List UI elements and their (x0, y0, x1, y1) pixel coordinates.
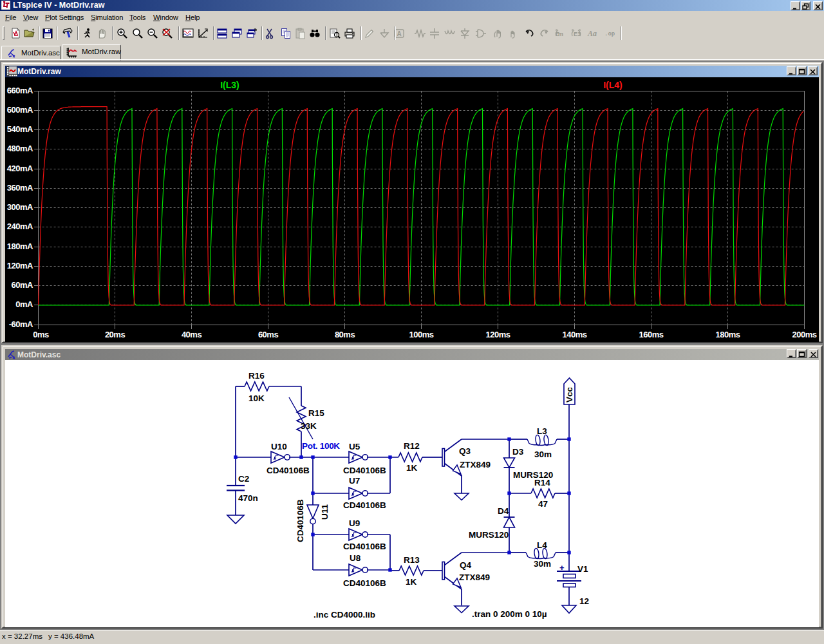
svg-text:Q3: Q3 (459, 446, 471, 456)
svg-text:Q4: Q4 (460, 560, 472, 570)
svg-text:Pot. 100K: Pot. 100K (302, 441, 340, 451)
svg-text:CD40106B: CD40106B (343, 578, 386, 588)
svg-text:U9: U9 (349, 518, 360, 528)
svg-text:360mA: 360mA (7, 183, 33, 193)
svg-text:CD40106B: CD40106B (343, 500, 386, 510)
svg-text:ZTX849: ZTX849 (459, 573, 490, 582)
svg-text:A: A (397, 30, 401, 37)
svg-text:U8: U8 (350, 553, 361, 563)
svg-text:R13: R13 (404, 555, 420, 565)
svg-text:200ms: 200ms (792, 330, 817, 339)
svg-text:CD40106B: CD40106B (267, 466, 310, 475)
svg-text:I(L4): I(L4) (603, 80, 623, 90)
svg-text:0mA: 0mA (15, 299, 33, 309)
svg-text:R16: R16 (248, 371, 265, 381)
svg-text:Aa: Aa (587, 29, 597, 38)
svg-text:660mA: 660mA (7, 86, 33, 95)
svg-text:+: + (559, 563, 565, 573)
svg-text:240mA: 240mA (7, 222, 33, 231)
svg-text:U7: U7 (349, 476, 360, 486)
svg-text:V1: V1 (577, 564, 588, 574)
svg-text:40ms: 40ms (182, 330, 202, 339)
svg-text:80ms: 80ms (335, 330, 355, 339)
svg-text:60mA: 60mA (12, 280, 34, 290)
svg-text:20ms: 20ms (105, 330, 126, 339)
svg-text:1K: 1K (406, 463, 418, 473)
svg-text:D3: D3 (512, 447, 524, 457)
svg-text:47: 47 (538, 499, 548, 509)
svg-text:-60mA: -60mA (9, 319, 33, 329)
svg-text:E3: E3 (574, 31, 581, 37)
svg-text:100ms: 100ms (409, 330, 434, 339)
svg-text:.op: .op (604, 31, 615, 37)
svg-text:U5: U5 (349, 442, 360, 451)
svg-text:33K: 33K (301, 421, 317, 431)
svg-text:120ms: 120ms (486, 330, 510, 339)
svg-text:120mA: 120mA (7, 261, 33, 270)
svg-text:E: E (556, 31, 559, 37)
svg-text:U10: U10 (271, 442, 287, 451)
svg-text:140ms: 140ms (563, 330, 587, 339)
svg-text:CD40106B: CD40106B (295, 499, 305, 542)
svg-text:C2: C2 (238, 474, 249, 484)
svg-text:CD40106B: CD40106B (343, 466, 386, 475)
svg-text:R14: R14 (534, 478, 550, 488)
svg-text:480mA: 480mA (7, 144, 33, 153)
svg-text:180ms: 180ms (716, 330, 740, 339)
svg-text:30m: 30m (534, 559, 551, 569)
svg-text:30m: 30m (534, 450, 552, 459)
svg-text:R15: R15 (308, 408, 324, 418)
svg-text:0ms: 0ms (33, 330, 49, 339)
svg-text:R12: R12 (404, 441, 420, 451)
svg-text:MURS120: MURS120 (469, 530, 509, 540)
svg-text:540mA: 540mA (7, 124, 33, 134)
svg-text:160ms: 160ms (639, 330, 664, 339)
svg-text:CD40106B: CD40106B (343, 542, 386, 551)
svg-text:Vcc: Vcc (565, 386, 574, 402)
svg-text:.tran 0 200m 0 10µ: .tran 0 200m 0 10µ (472, 609, 547, 619)
svg-text:10K: 10K (248, 393, 265, 403)
svg-text:D4: D4 (498, 506, 509, 516)
svg-text:ZTX849: ZTX849 (460, 460, 491, 469)
svg-text:1K: 1K (406, 577, 417, 587)
svg-text:300mA: 300mA (7, 202, 33, 212)
svg-text:60ms: 60ms (258, 330, 279, 339)
svg-text:.inc CD4000.lib: .inc CD4000.lib (314, 610, 375, 620)
svg-text:420mA: 420mA (7, 164, 33, 173)
svg-text:L3: L3 (537, 426, 547, 436)
svg-text:600mA: 600mA (7, 105, 33, 115)
svg-text:180mA: 180mA (7, 242, 33, 251)
svg-text:I(L3): I(L3) (220, 80, 239, 90)
svg-text:470n: 470n (238, 493, 258, 503)
svg-text:U11: U11 (320, 504, 330, 520)
svg-text:12: 12 (579, 596, 589, 606)
svg-text:L4: L4 (537, 540, 547, 550)
